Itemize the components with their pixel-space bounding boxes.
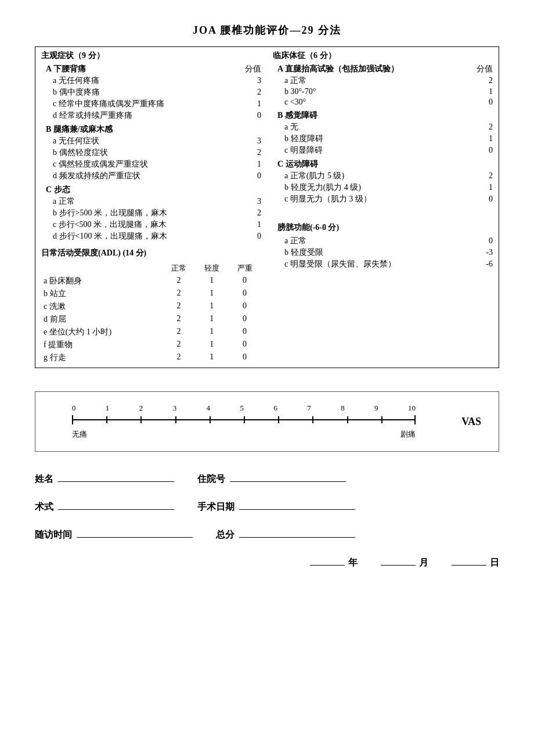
adl-score-4-2: 0 xyxy=(228,326,261,339)
adl-score-3-2: 0 xyxy=(228,313,261,326)
month-field: 月 xyxy=(381,553,428,569)
date-row: 年 月 日 xyxy=(35,553,499,569)
right-group-b: B 感觉障碍 a 无 2 b 轻度障碍 1 c 明显障碍 0 xyxy=(277,110,493,156)
right-group-b-title-row: B 感觉障碍 xyxy=(277,110,493,121)
group-a-item-0: a 无任何疼痛 3 xyxy=(53,75,261,87)
right-b-item-0: a 无 2 xyxy=(284,121,493,133)
group-a-title-row: A 下腰背痛 分值 xyxy=(46,63,261,75)
right-group-a-title-row: A 直腿抬高试验（包括加强试验） 分值 xyxy=(277,63,493,75)
right-column: 临床体征（6 分） A 直腿抬高试验（包括加强试验） 分值 a 正常 2 b 3… xyxy=(267,47,499,368)
adl-score-5-0: 2 xyxy=(163,339,196,351)
day-label: 日 xyxy=(490,557,499,569)
right-c-item-0: a 正常(肌力 5 级) 2 xyxy=(284,170,493,182)
adl-score-1-0: 2 xyxy=(163,287,196,300)
group-a-label: A 下腰背痛 xyxy=(46,64,244,74)
name-field: 姓名 xyxy=(35,469,174,485)
adl-score-6-1: 1 xyxy=(195,351,228,364)
group-a-item-2: c 经常中度疼痛或偶发严重疼痛 1 xyxy=(53,98,261,110)
right-group-c-label: C 运动障碍 xyxy=(277,159,493,170)
group-c-item-1: b 步行>500 米，出现腿痛，麻木 2 xyxy=(53,207,261,219)
right-b-item-2: c 明显障碍 0 xyxy=(284,145,493,156)
group-c-item-3: d 步行<100 米，出现腿痛，麻木 0 xyxy=(53,231,261,242)
adl-score-2-1: 1 xyxy=(195,300,228,313)
adl-score-5-1: 1 xyxy=(195,339,228,351)
adl-score-3-1: 1 xyxy=(195,313,228,326)
right-group-a-label: A 直腿抬高试验（包括加强试验） xyxy=(277,64,475,74)
hospital-number-input[interactable] xyxy=(230,469,346,482)
adl-label-5: f 提重物 xyxy=(41,339,163,351)
surgery-date-label: 手术日期 xyxy=(197,501,234,513)
followup-label: 随访时间 xyxy=(35,529,72,541)
name-input[interactable] xyxy=(58,469,174,482)
adl-row-3: d 前屈 2 1 0 xyxy=(41,313,261,326)
page-title: JOA 腰椎功能评价—29 分法 xyxy=(35,23,499,37)
adl-col-severe: 严重 xyxy=(228,262,261,275)
followup-input[interactable] xyxy=(77,525,193,538)
group-c-item-0: a 正常 3 xyxy=(53,196,261,207)
right-a-item-0: a 正常 2 xyxy=(284,75,493,87)
adl-label-1: b 站立 xyxy=(41,287,163,300)
adl-col-header-row: 正常 轻度 严重 xyxy=(41,262,261,275)
adl-score-2-2: 0 xyxy=(228,300,261,313)
surgery-input[interactable] xyxy=(58,497,174,510)
left-section-heading: 主观症状（9 分） xyxy=(41,51,261,61)
adl-row-4: e 坐位(大约 1 小时) 2 1 0 xyxy=(41,326,261,339)
adl-label-2: c 洗漱 xyxy=(41,300,163,313)
group-b-item-3: d 频发或持续的严重症状 0 xyxy=(53,170,261,182)
year-input[interactable] xyxy=(310,553,345,566)
hospital-label: 住院号 xyxy=(197,473,225,485)
adl-row-0: a 卧床翻身 2 1 0 xyxy=(41,275,261,287)
adl-score-0-0: 2 xyxy=(163,275,196,287)
group-b-item-2: c 偶然轻度或偶发严重症状 1 xyxy=(53,159,261,170)
right-c-item-1: b 轻度无力(肌力 4 级) 1 xyxy=(284,182,493,193)
bladder-item-1: b 轻度受限 -3 xyxy=(284,247,493,258)
surgery-date-input[interactable] xyxy=(239,497,355,510)
adl-label-3: d 前屈 xyxy=(41,313,163,326)
adl-heading: 日常活动受限度(ADL) (14 分) xyxy=(41,248,261,258)
vas-title: VAS xyxy=(461,416,481,428)
adl-col-mild: 轻度 xyxy=(195,262,228,275)
right-group-c-title-row: C 运动障碍 xyxy=(277,159,493,170)
total-score-label: 总分 xyxy=(216,529,234,541)
left-column: 主观症状（9 分） A 下腰背痛 分值 a 无任何疼痛 3 b 偶中度疼痛 2 … xyxy=(35,47,268,368)
surgery-date-field: 手术日期 xyxy=(197,497,355,513)
total-score-input[interactable] xyxy=(239,525,355,538)
hospital-number-field: 住院号 xyxy=(197,469,346,485)
adl-score-4-1: 1 xyxy=(195,326,228,339)
form-row-1: 姓名 住院号 xyxy=(35,469,499,485)
year-field: 年 xyxy=(310,553,358,569)
adl-label-0: a 卧床翻身 xyxy=(41,275,163,287)
total-score-field: 总分 xyxy=(216,525,355,541)
surgery-label: 术式 xyxy=(35,501,53,513)
scoring-table: 主观症状（9 分） A 下腰背痛 分值 a 无任何疼痛 3 b 偶中度疼痛 2 … xyxy=(35,46,499,368)
group-a-back-pain: A 下腰背痛 分值 a 无任何疼痛 3 b 偶中度疼痛 2 c 经常中度疼痛或偶… xyxy=(46,63,261,121)
year-label: 年 xyxy=(348,557,358,569)
vas-scale: 0 1 2 3 4 5 6 7 8 9 10 xyxy=(72,404,416,440)
month-input[interactable] xyxy=(381,553,416,566)
adl-section: 日常活动受限度(ADL) (14 分) 正常 轻度 严重 a 卧床翻身 2 1 … xyxy=(41,248,261,364)
adl-score-6-0: 2 xyxy=(163,351,196,364)
form-row-3: 随访时间 总分 xyxy=(35,525,499,541)
month-label: 月 xyxy=(419,557,428,569)
vas-section: 0 1 2 3 4 5 6 7 8 9 10 xyxy=(35,391,499,452)
adl-col-normal: 正常 xyxy=(163,262,196,275)
right-group-a: A 直腿抬高试验（包括加强试验） 分值 a 正常 2 b 30°-70° 1 c… xyxy=(277,63,493,107)
adl-table: 正常 轻度 严重 a 卧床翻身 2 1 0 b 站立 2 1 0 xyxy=(41,262,261,364)
bladder-section: 膀胱功能(-6-0 分) a 正常 0 b 轻度受限 -3 c 明显受限（尿失留… xyxy=(277,222,493,270)
adl-row-2: c 洗漱 2 1 0 xyxy=(41,300,261,313)
right-a-item-2: c <30° 0 xyxy=(284,97,493,107)
adl-row-5: f 提重物 2 1 0 xyxy=(41,339,261,351)
right-score-header: 分值 xyxy=(475,64,493,74)
adl-score-1-1: 1 xyxy=(195,287,228,300)
group-c-title-row: C 步态 xyxy=(46,184,261,196)
group-b-label: B 腿痛兼/或麻木感 xyxy=(46,124,261,135)
right-a-item-1: b 30°-70° 1 xyxy=(284,87,493,97)
group-a-item-3: d 经常或持续严重疼痛 0 xyxy=(53,110,261,121)
vas-labels: 无痛 剧痛 xyxy=(72,429,416,440)
group-a-item-1: b 偶中度疼痛 2 xyxy=(53,87,261,98)
bladder-heading: 膀胱功能(-6-0 分) xyxy=(277,222,493,233)
adl-score-6-2: 0 xyxy=(228,351,261,364)
adl-score-5-2: 0 xyxy=(228,339,261,351)
day-input[interactable] xyxy=(452,553,486,566)
surgery-field: 术式 xyxy=(35,497,174,513)
